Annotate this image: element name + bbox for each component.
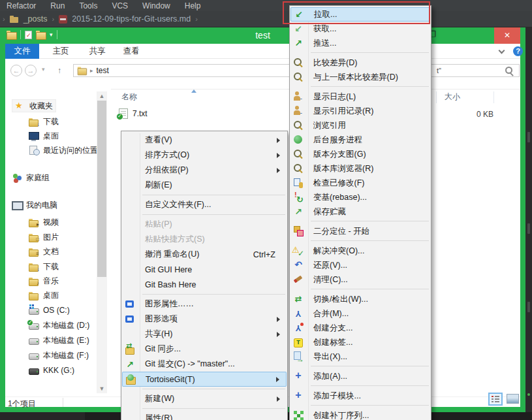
menu-item-group-by[interactable]: 分组依据(P) [121, 163, 287, 178]
sort-ascending-icon[interactable] [191, 89, 196, 93]
ide-menu-run[interactable]: Run [50, 1, 65, 10]
sidebar-scrollbar[interactable]: ▲ ▼ [97, 91, 107, 393]
recent-places-icon [29, 146, 39, 155]
menu-item-graphics-options[interactable]: 图形选项 [121, 312, 287, 327]
forward-icon[interactable]: → [25, 65, 37, 76]
tab-share[interactable]: 共享 [82, 44, 112, 59]
submenu-item-resolve[interactable]: 解决冲突(O)... [290, 244, 431, 258]
submenu-item-create-patch[interactable]: 创建补丁序列... [290, 408, 431, 420]
menu-item-git-sync[interactable]: Git 同步... [121, 342, 287, 357]
file-row[interactable]: 7.txt [119, 107, 148, 120]
submenu-item-diff-prev[interactable]: 与上一版本比较差异(D) [290, 70, 431, 84]
toolwindow-tab[interactable] [527, 132, 530, 142]
tab-home[interactable]: 主页 [46, 44, 76, 59]
menu-item-graphics-properties[interactable]: 图形属性…… [121, 297, 287, 312]
menu-item-sort-by[interactable]: 排序方式(O) [121, 148, 287, 163]
menu-item-git-bash-here[interactable]: Git Bash Here [121, 277, 287, 292]
close-button[interactable]: ✕ [494, 27, 520, 44]
search-icon[interactable] [505, 67, 514, 75]
menu-separator [311, 289, 429, 289]
submenu-item-revision-graph[interactable]: 版本分支图(G) [290, 147, 431, 161]
menu-item-share[interactable]: 共享(H) [121, 327, 287, 342]
submenu-item-diff[interactable]: 比较差异(D) [290, 56, 431, 70]
tab-view[interactable]: 查看 [116, 44, 146, 59]
sidebar-item-drive-e[interactable]: 本地磁盘 (E:) [29, 334, 89, 347]
menu-item-paste-shortcut[interactable]: 粘贴快捷方式(S) [121, 232, 287, 247]
submenu-item-export[interactable]: 导出(X)... [290, 349, 431, 364]
scrollbar-thumb[interactable] [97, 101, 106, 277]
up-icon[interactable]: ↑ [57, 66, 61, 75]
column-header-size[interactable]: 大小 [445, 91, 460, 103]
sidebar-item-drive-g[interactable]: KKK (G:) [29, 364, 74, 377]
submenu-item-check-modifications[interactable]: 检查已修改(F) [290, 176, 431, 190]
sidebar-item-pictures[interactable]: □ 图片 [29, 231, 59, 244]
menu-item-paste[interactable]: 粘贴(P) [121, 217, 287, 232]
submenu-item-rebase[interactable]: 变基(rebase)... [290, 190, 431, 204]
submenu-item-create-branch[interactable]: 创建分支... [290, 321, 431, 335]
submenu-item-bisect-start[interactable]: 二分定位 - 开始 [290, 224, 431, 238]
column-header-name[interactable]: 名称 [121, 91, 137, 103]
thumbnail-view-button[interactable] [507, 394, 519, 404]
documents-folder-icon: ≡ [29, 247, 39, 256]
ide-menu-help[interactable]: Help [185, 1, 201, 10]
sidebar-item-downloads-2[interactable]: ↓ 下载 [29, 260, 59, 273]
sidebar-item-favorites[interactable]: 收藏夹 [12, 99, 56, 112]
tab-file[interactable]: 文件 [5, 44, 39, 59]
menu-item-tortoisegit[interactable]: TortoiseGit(T) [122, 372, 287, 387]
menu-item-properties[interactable]: 属性(R) [121, 411, 287, 420]
help-icon[interactable] [513, 46, 523, 56]
sidebar-item-recent-places[interactable]: 最近访问的位置 [29, 144, 98, 157]
sidebar-item-computer[interactable]: 我的电脑 [12, 199, 57, 212]
submenu-item-merge[interactable]: 合并(M)... [290, 306, 431, 321]
toolwindow-tab[interactable] [527, 302, 530, 312]
menu-item-refresh[interactable]: 刷新(E) [121, 178, 287, 193]
sidebar-item-drive-c[interactable]: OS (C:) [29, 304, 70, 317]
submenu-item-switch-checkout[interactable]: 切换/检出(W)... [290, 292, 431, 306]
sidebar-item-drive-d[interactable]: 本地磁盘 (D:) [29, 319, 89, 332]
menu-item-new[interactable]: 新建(W) [121, 391, 287, 406]
scroll-up-icon[interactable]: ▲ [97, 93, 107, 99]
history-dropdown-icon[interactable]: ▾ [42, 66, 45, 73]
breadcrumb-folder[interactable]: _posts [23, 14, 48, 24]
sidebar-item-videos[interactable]: ▸ 视频 [29, 216, 59, 229]
submenu-item-push[interactable]: 推送... [290, 36, 431, 50]
submenu-item-add-submodule[interactable]: 添加子模块... [290, 389, 431, 403]
submenu-item-cleanup[interactable]: 清理(C)... [290, 272, 431, 287]
submenu-item-revert[interactable]: 还原(V)... [290, 258, 431, 272]
toolwindow-tab[interactable] [527, 223, 530, 234]
ide-menu-refactor[interactable]: Refactor [7, 1, 36, 10]
submenu-item-stash[interactable]: 保存贮藏 [290, 204, 431, 219]
menu-item-view[interactable]: 查看(V) [121, 133, 287, 148]
submenu-item-reflog[interactable]: 显示引用记录(R) [290, 104, 431, 118]
menu-item-git-gui-here[interactable]: Git GUI Here [121, 262, 287, 277]
column-divider[interactable] [493, 91, 494, 103]
sidebar-item-desktop[interactable]: 桌面 [29, 129, 59, 142]
submenu-item-add[interactable]: 添加(A)... [290, 369, 431, 383]
explorer-titlebar[interactable]: ▾ test — ❐ ✕ [0, 27, 525, 44]
ribbon-collapse-icon[interactable] [499, 48, 505, 54]
sidebar-item-desktop-2[interactable]: 桌面 [29, 289, 59, 302]
breadcrumb-file[interactable]: 2015-12-09-tips-for-Git-users.md [72, 14, 191, 24]
sidebar-item-music[interactable]: ♪ 音乐 [29, 274, 59, 287]
column-divider[interactable] [436, 91, 437, 103]
menu-item-customize-folder[interactable]: 自定义文件夹(F)... [121, 197, 287, 212]
submenu-item-create-tag[interactable]: 创建标签... [290, 335, 431, 349]
ide-menu-window[interactable]: Window [142, 1, 170, 10]
scroll-down-icon[interactable]: ▼ [97, 385, 107, 392]
submenu-item-browse-refs[interactable]: 浏览引用 [290, 118, 431, 133]
ide-menu-vcs[interactable]: VCS [112, 1, 128, 10]
sidebar-item-drive-f[interactable]: 本地磁盘 (F:) [29, 349, 89, 362]
sidebar-item-homegroup[interactable]: 家庭组 [12, 171, 50, 184]
menu-item-git-commit[interactable]: Git 提交(C) -> "master"... [121, 357, 287, 372]
sidebar-item-documents[interactable]: ≡ 文档 [29, 245, 59, 258]
back-icon[interactable]: ← [10, 65, 22, 76]
ide-menu-tools[interactable]: Tools [79, 1, 97, 10]
menu-item-undo-rename[interactable]: 撤消 重命名(U)Ctrl+Z [121, 247, 287, 262]
sidebar-label: 本地磁盘 (E:) [43, 335, 89, 346]
sidebar-item-downloads[interactable]: ↓ 下载 [29, 115, 59, 128]
screen: Refactor Run Tools VCS Window Help › _po… [0, 0, 532, 420]
details-view-button[interactable] [488, 393, 503, 406]
submenu-item-show-log[interactable]: 显示日志(L) [290, 89, 431, 104]
submenu-item-daemon[interactable]: 后台服务进程 [290, 133, 431, 147]
submenu-item-repo-browser[interactable]: 版本库浏览器(R) [290, 161, 431, 176]
